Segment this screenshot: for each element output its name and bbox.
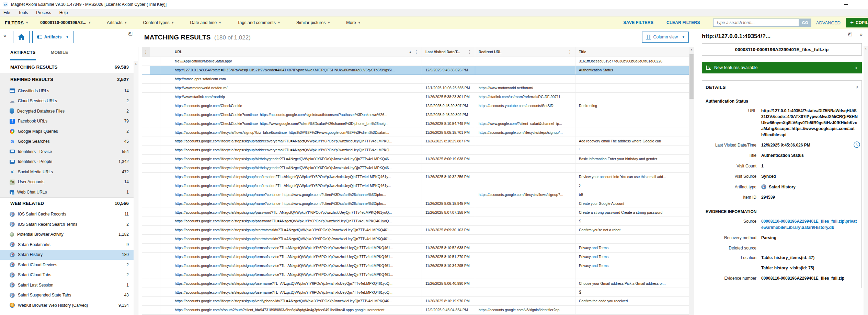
table-row[interactable]: https://accounts.google.com/CheckCookie?… <box>142 110 689 119</box>
table-row[interactable]: https://accounts.google.com/lifecycle/st… <box>142 164 689 173</box>
chevron-double-down-icon[interactable]: » <box>854 66 859 69</box>
filter-dropdown[interactable]: Artifacts▼ <box>107 20 127 25</box>
column-header-title[interactable]: Title <box>575 47 689 57</box>
grid-scrollbar[interactable]: ▲ <box>689 47 694 315</box>
artifacts-view-button[interactable]: Artifacts▼ <box>32 31 73 43</box>
filter-dropdown[interactable]: Content types▼ <box>143 20 174 25</box>
sidebar-item-safari-history[interactable]: Safari History 180 <box>0 250 134 260</box>
column-header-redirect-url[interactable]: Redirect URL ⋮ <box>475 47 575 57</box>
menu-file[interactable]: File <box>3 10 10 15</box>
collapse-panel-icon[interactable]: » <box>860 32 863 37</box>
sidebar-item-web-chat-urls[interactable]: Web Chat URLs 1 <box>0 187 134 197</box>
table-row[interactable]: https://accounts.google.com/lifecycle/st… <box>142 261 689 270</box>
table-row[interactable]: http://www.starlink.com/roadtrip 11/26/2… <box>142 93 689 102</box>
filter-dropdown[interactable]: More▼ <box>346 20 361 25</box>
table-row[interactable]: https://accounts.google.com/CheckCookie?… <box>142 119 689 128</box>
sort-asc-icon[interactable]: ▲ <box>409 50 412 54</box>
advanced-button[interactable]: ADVANCED <box>816 20 841 25</box>
table-row[interactable]: https://accounts.google.com/lifecycle/st… <box>142 244 689 253</box>
sidebar-item-safari-bookmarks[interactable]: Safari Bookmarks 9 <box>0 240 134 250</box>
scroll-up-icon[interactable]: ▲ <box>134 61 138 65</box>
table-row[interactable]: https://accounts.google.com/o/oauth2/aut… <box>142 306 689 315</box>
sidebar-item-safari-icloud-devices[interactable]: Safari iCloud Devices 2 <box>0 260 134 270</box>
copilot-button[interactable]: ✦COPILOT <box>846 18 868 27</box>
sidebar-item-classifieds-urls[interactable]: Classifieds URLs 14 <box>0 86 134 96</box>
table-row[interactable]: http://www.motorworld.net/forum/ 12/1/20… <box>142 84 689 93</box>
new-features-banner[interactable]: ↘ New features available » <box>702 62 862 73</box>
search-input[interactable] <box>713 19 799 27</box>
sidebar-item-identifiers-device[interactable]: Identifiers - Device 554 <box>0 147 134 157</box>
filter-dropdown[interactable]: Similar pictures▼ <box>296 20 330 25</box>
filters-label[interactable]: FILTERS <box>5 20 24 25</box>
table-row[interactable]: https://accounts.google.com/lifecycle/st… <box>142 288 689 297</box>
column-header-url[interactable]: URL ▲⋮ <box>171 47 422 57</box>
table-row[interactable]: https://accounts.google.com/lifecycle/st… <box>142 146 689 155</box>
table-row[interactable]: https://accounts.google.com/lifecycle/st… <box>142 297 689 306</box>
go-button[interactable]: GO <box>799 19 811 27</box>
table-row[interactable]: https://accounts.google.com/lifecycle/st… <box>142 173 689 182</box>
column-header-last-visited[interactable]: Last Visited Date/T... ⋮ <box>422 47 475 57</box>
save-filters-button[interactable]: SAVE FILTERS <box>623 20 653 25</box>
menu-help[interactable]: Help <box>59 10 68 15</box>
table-row[interactable]: https://accounts.google.com/lifecycle/st… <box>142 226 689 235</box>
table-row[interactable]: https://accounts.google.com/lifecycle/st… <box>142 217 689 226</box>
sidebar-scrollbar[interactable]: ▲ <box>134 61 138 315</box>
table-row[interactable]: https://accounts.google.com/CheckCookie … <box>142 101 689 110</box>
tab-mobile[interactable]: MOBILE <box>51 50 68 60</box>
sidebar-item-social-media-urls[interactable]: Social Media URLs 472 <box>0 167 134 177</box>
table-row[interactable]: https://accounts.google.com/lifecycle/st… <box>142 208 689 217</box>
sidebar-item-webkit-browser-web-history-carved[interactable]: WebKit Browser Web History (Carved) 9,13… <box>0 300 134 311</box>
sidebar-item-user-accounts[interactable]: User Accounts 14 <box>0 177 134 187</box>
filter-case-dropdown[interactable]: 00008110-0008196A2...▼ <box>40 20 91 25</box>
table-row[interactable]: https://accounts.google.com/lifecycle/st… <box>142 190 689 199</box>
evidence-source-bar[interactable]: 00008110-0008196A2299401E_files_full.zip <box>702 43 862 56</box>
home-button[interactable] <box>13 31 30 43</box>
sidebar-item-potential-browser-activity[interactable]: Potential Browser Activity 1,182 <box>0 230 134 240</box>
field-value-source-link[interactable]: 00008110-0008196A2299401E_files_full.zip… <box>761 219 858 231</box>
menu-process[interactable]: Process <box>36 10 51 15</box>
kebab-icon[interactable]: ⋮ <box>568 50 572 54</box>
sidebar-item-google-maps-queries[interactable]: Google Maps Queries 2 <box>0 126 134 137</box>
scroll-up-icon[interactable]: ▲ <box>689 47 694 51</box>
sidebar-item-safari-last-session[interactable]: Safari Last Session 1 <box>0 280 134 290</box>
details-scrollbar[interactable]: ▲ <box>864 46 868 315</box>
collapse-details-icon[interactable]: » <box>854 86 859 89</box>
restore-button[interactable] <box>860 3 863 6</box>
table-row[interactable]: http://mmsc.gprs.safaricom.com <box>142 75 689 84</box>
sidebar-item-cloud-services-urls[interactable]: Cloud Services URLs 2 <box>0 96 134 106</box>
scroll-up-icon[interactable]: ▲ <box>864 46 868 50</box>
sidebar-item-ios-safari-recent-search-terms[interactable]: iOS Safari Recent Search Terms 2 <box>0 219 134 230</box>
column-view-button[interactable]: Column view▼ <box>642 32 689 43</box>
scrollbar-thumb[interactable] <box>689 54 694 99</box>
table-row[interactable]: http://127.0.0.1:49354/?state=DIZ5NRaWds… <box>142 66 689 75</box>
table-row[interactable]: https://accounts.google.com/lifecycle/st… <box>142 279 689 288</box>
table-row[interactable]: https://accounts.google.com/lifecycle/st… <box>142 199 689 208</box>
table-row[interactable]: https://accounts.google.com/lifecycle/fl… <box>142 128 689 137</box>
kebab-icon[interactable]: ⋮ <box>468 50 471 54</box>
table-row[interactable]: https://accounts.google.com/lifecycle/st… <box>142 270 689 279</box>
table-row[interactable]: https://accounts.google.com/lifecycle/st… <box>142 137 689 146</box>
sidebar-item-facebook-urls[interactable]: Facebook URLs 79 <box>0 116 134 127</box>
sidebar-matching-results[interactable]: MATCHING RESULTS69,583 <box>0 61 134 73</box>
sidebar-web-related[interactable]: WEB RELATED10,566 <box>0 198 134 209</box>
undock-panel-icon[interactable]: ⬈⃞ <box>128 31 131 36</box>
collapse-sidebar-icon[interactable]: « <box>3 32 6 38</box>
sidebar-item-safari-suspended-state-tabs[interactable]: Safari Suspended State Tabs 43 <box>0 290 134 301</box>
kebab-icon[interactable]: ⋮ <box>414 50 418 54</box>
clear-filters-button[interactable]: CLEAR FILTERS <box>666 20 700 25</box>
minimize-button[interactable] <box>844 4 848 5</box>
grid-options-kebab-icon[interactable]: ⋮ <box>142 47 150 57</box>
sidebar-item-ios-safari-cache-records[interactable]: iOS Safari Cache Records 11 <box>0 209 134 220</box>
table-row[interactable]: file:///Applications/MobileSafari.app/ 3… <box>142 57 689 66</box>
undock-panel-icon[interactable]: ⬈⃞ <box>847 32 851 37</box>
sidebar-item-decrypted-database-files[interactable]: Decrypted Database Files 2 <box>0 106 134 116</box>
sidebar-item-google-searches[interactable]: Google Searches 45 <box>0 137 134 147</box>
sidebar-item-identifiers-people[interactable]: Identifiers - People 1,342 <box>0 157 134 167</box>
table-row[interactable]: https://accounts.google.com/lifecycle/st… <box>142 253 689 261</box>
table-row[interactable]: https://accounts.google.com/lifecycle/st… <box>142 155 689 164</box>
sidebar-refined-results[interactable]: REFINED RESULTS2,527 <box>0 73 134 86</box>
tab-artifacts[interactable]: ARTIFACTS <box>10 50 36 60</box>
filter-dropdown[interactable]: Tags and comments▼ <box>237 20 281 25</box>
timeline-clock-icon[interactable] <box>854 141 860 148</box>
menu-tools[interactable]: Tools <box>18 10 28 15</box>
